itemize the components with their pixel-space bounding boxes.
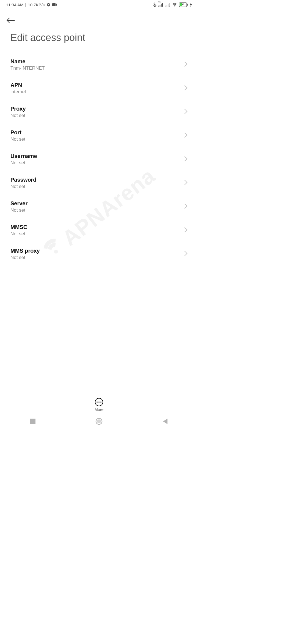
setting-title: Server <box>10 200 28 207</box>
svg-rect-7 <box>168 4 169 7</box>
setting-labels: PortNot set <box>10 129 25 142</box>
setting-value: Not set <box>10 113 26 118</box>
svg-rect-14 <box>30 419 35 424</box>
fourg-label: 4G <box>158 1 161 3</box>
setting-value: Not set <box>10 255 40 260</box>
status-time: 11:34 AM <box>6 2 23 7</box>
setting-row-proxy[interactable]: ProxyNot set <box>10 100 188 124</box>
setting-value: internet <box>10 89 26 95</box>
navigation-bar <box>0 414 198 429</box>
nav-recent-button[interactable] <box>30 419 35 425</box>
header: Edit access point <box>0 9 198 43</box>
setting-value: Tnm-INTERNET <box>10 66 45 71</box>
chevron-right-icon <box>184 203 188 210</box>
status-bar: 11:34 AM | 10.7KB/s 4G x <box>0 0 198 9</box>
arrow-left-icon <box>6 17 15 24</box>
more-icon <box>95 398 103 406</box>
setting-labels: MMSCNot set <box>10 224 27 237</box>
svg-rect-3 <box>161 4 162 7</box>
svg-rect-0 <box>52 3 56 6</box>
setting-row-username[interactable]: UsernameNot set <box>10 148 188 171</box>
svg-rect-5 <box>165 6 166 7</box>
setting-title: Port <box>10 129 25 136</box>
chevron-right-icon <box>184 132 188 139</box>
chevron-right-icon <box>184 61 188 68</box>
svg-rect-1 <box>158 6 159 7</box>
status-network-speed: 10.7KB/s <box>28 2 45 7</box>
setting-labels: APNinternet <box>10 82 26 95</box>
lightning-icon <box>190 2 192 7</box>
setting-labels: PasswordNot set <box>10 177 36 189</box>
gear-icon <box>46 2 51 7</box>
svg-rect-6 <box>167 5 167 7</box>
setting-row-password[interactable]: PasswordNot set <box>10 171 188 195</box>
setting-value: Not set <box>10 184 36 189</box>
setting-labels: ServerNot set <box>10 200 28 213</box>
status-left: 11:34 AM | 10.7KB/s <box>6 2 57 7</box>
page-title: Edit access point <box>6 32 192 43</box>
chevron-right-icon <box>184 251 188 257</box>
setting-labels: ProxyNot set <box>10 106 26 118</box>
setting-title: Password <box>10 177 36 183</box>
back-button[interactable] <box>6 15 17 26</box>
svg-text:x: x <box>169 6 170 7</box>
setting-row-mms-proxy[interactable]: MMS proxyNot set <box>10 242 188 266</box>
setting-value: Not set <box>10 231 27 237</box>
nav-home-button[interactable] <box>95 418 103 426</box>
chevron-right-icon <box>184 227 188 234</box>
screen: APNArena 11:34 AM | 10.7KB/s 4G x <box>0 0 198 429</box>
more-label: More <box>95 407 103 412</box>
settings-list: NameTnm-INTERNETAPNinternetProxyNot setP… <box>0 53 198 429</box>
svg-rect-13 <box>187 4 188 6</box>
setting-row-mmsc[interactable]: MMSCNot set <box>10 219 188 242</box>
setting-value: Not set <box>10 160 37 166</box>
setting-value: Not set <box>10 137 25 142</box>
setting-labels: NameTnm-INTERNET <box>10 58 45 71</box>
setting-value: Not set <box>10 208 28 213</box>
bluetooth-icon <box>153 2 156 7</box>
chevron-right-icon <box>184 156 188 163</box>
setting-row-port[interactable]: PortNot set <box>10 124 188 148</box>
setting-title: MMS proxy <box>10 248 40 254</box>
status-separator: | <box>25 2 26 7</box>
chevron-right-icon <box>184 85 188 92</box>
setting-title: MMSC <box>10 224 27 230</box>
status-right: 4G x 38 <box>153 2 192 7</box>
setting-title: APN <box>10 82 26 88</box>
wifi-icon <box>172 3 177 7</box>
camera-icon <box>52 3 57 6</box>
chevron-right-icon <box>184 109 188 115</box>
setting-row-name[interactable]: NameTnm-INTERNET <box>10 53 188 77</box>
signal-4g-icon: 4G <box>158 3 163 7</box>
setting-title: Name <box>10 58 45 65</box>
battery-percent: 38 <box>182 3 184 6</box>
setting-labels: MMS proxyNot set <box>10 248 40 260</box>
svg-rect-4 <box>162 3 163 7</box>
setting-title: Proxy <box>10 106 26 112</box>
svg-point-16 <box>97 419 101 423</box>
nav-back-button[interactable] <box>163 418 168 425</box>
setting-row-server[interactable]: ServerNot set <box>10 195 188 219</box>
chevron-right-icon <box>184 180 188 186</box>
more-button[interactable]: More <box>0 398 198 412</box>
battery-icon: 38 <box>179 2 188 7</box>
signal-secondary-icon: x <box>165 3 170 7</box>
svg-point-10 <box>174 6 175 6</box>
svg-rect-2 <box>160 5 161 7</box>
setting-labels: UsernameNot set <box>10 153 37 166</box>
setting-row-apn[interactable]: APNinternet <box>10 77 188 100</box>
setting-title: Username <box>10 153 37 159</box>
